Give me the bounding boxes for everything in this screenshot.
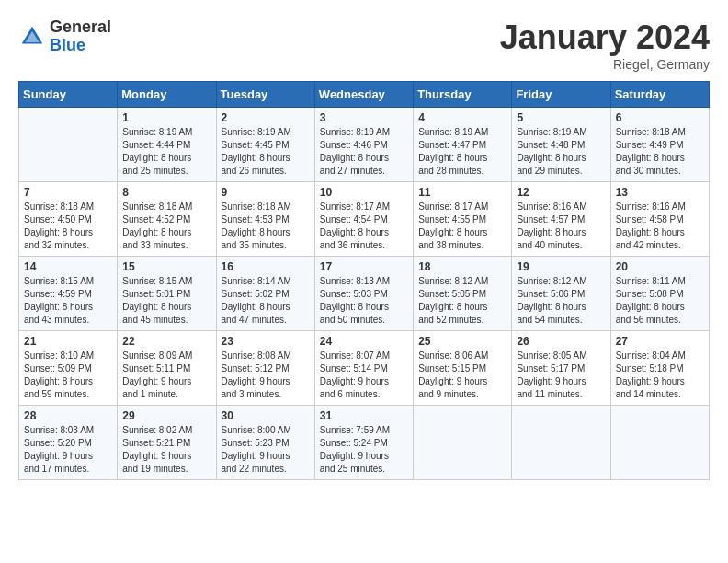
day-number: 23: [222, 335, 310, 348]
calendar-cell: [512, 406, 610, 480]
calendar-cell: 4Sunrise: 8:19 AM Sunset: 4:47 PM Daylig…: [414, 108, 512, 182]
week-row-3: 14Sunrise: 8:15 AM Sunset: 4:59 PM Dayli…: [19, 257, 710, 331]
week-row-1: 1Sunrise: 8:19 AM Sunset: 4:44 PM Daylig…: [19, 108, 710, 182]
day-number: 25: [418, 335, 506, 348]
day-number: 19: [517, 260, 605, 273]
day-info: Sunrise: 8:15 AM Sunset: 4:59 PM Dayligh…: [24, 275, 112, 327]
day-info: Sunrise: 8:03 AM Sunset: 5:20 PM Dayligh…: [24, 424, 112, 476]
day-number: 12: [517, 186, 605, 199]
calendar-cell: 14Sunrise: 8:15 AM Sunset: 4:59 PM Dayli…: [19, 257, 118, 331]
calendar-cell: [414, 406, 512, 480]
day-number: 13: [616, 186, 704, 199]
day-info: Sunrise: 8:18 AM Sunset: 4:50 PM Dayligh…: [24, 201, 112, 252]
calendar-cell: 3Sunrise: 8:19 AM Sunset: 4:46 PM Daylig…: [314, 108, 413, 182]
calendar-cell: 11Sunrise: 8:17 AM Sunset: 4:55 PM Dayli…: [414, 182, 512, 257]
logo: General Blue: [18, 18, 111, 55]
calendar-cell: 2Sunrise: 8:19 AM Sunset: 4:45 PM Daylig…: [216, 108, 314, 182]
day-info: Sunrise: 8:12 AM Sunset: 5:05 PM Dayligh…: [418, 275, 506, 327]
calendar-cell: 1Sunrise: 8:19 AM Sunset: 4:44 PM Daylig…: [118, 108, 216, 182]
day-number: 5: [517, 111, 605, 124]
page-header: General Blue January 2024 Riegel, German…: [18, 18, 710, 72]
day-number: 29: [122, 409, 210, 422]
day-header-thursday: Thursday: [414, 82, 512, 108]
day-number: 3: [320, 111, 408, 124]
calendar-cell: 18Sunrise: 8:12 AM Sunset: 5:05 PM Dayli…: [414, 257, 512, 331]
day-info: Sunrise: 8:12 AM Sunset: 5:06 PM Dayligh…: [517, 275, 605, 327]
day-number: 7: [24, 186, 112, 199]
calendar-cell: 5Sunrise: 8:19 AM Sunset: 4:48 PM Daylig…: [512, 108, 610, 182]
day-info: Sunrise: 8:02 AM Sunset: 5:21 PM Dayligh…: [122, 424, 210, 476]
calendar-cell: [19, 108, 118, 182]
calendar-cell: 27Sunrise: 8:04 AM Sunset: 5:18 PM Dayli…: [610, 331, 709, 406]
day-header-wednesday: Wednesday: [314, 82, 413, 108]
day-info: Sunrise: 8:18 AM Sunset: 4:49 PM Dayligh…: [616, 126, 704, 178]
calendar-cell: [610, 406, 709, 480]
day-info: Sunrise: 8:15 AM Sunset: 5:01 PM Dayligh…: [122, 275, 210, 327]
calendar-cell: 8Sunrise: 8:18 AM Sunset: 4:52 PM Daylig…: [118, 182, 216, 257]
day-info: Sunrise: 8:17 AM Sunset: 4:54 PM Dayligh…: [320, 201, 408, 252]
day-number: 10: [320, 186, 408, 199]
calendar-cell: 29Sunrise: 8:02 AM Sunset: 5:21 PM Dayli…: [118, 406, 216, 480]
logo-icon: [18, 23, 46, 51]
logo-blue: Blue: [50, 37, 111, 55]
calendar-table: SundayMondayTuesdayWednesdayThursdayFrid…: [18, 81, 710, 480]
day-info: Sunrise: 8:00 AM Sunset: 5:23 PM Dayligh…: [222, 424, 310, 476]
week-row-4: 21Sunrise: 8:10 AM Sunset: 5:09 PM Dayli…: [19, 331, 710, 406]
week-row-5: 28Sunrise: 8:03 AM Sunset: 5:20 PM Dayli…: [19, 406, 710, 480]
day-number: 8: [122, 186, 210, 199]
day-info: Sunrise: 8:19 AM Sunset: 4:48 PM Dayligh…: [517, 126, 605, 178]
day-number: 26: [517, 335, 605, 348]
calendar-cell: 31Sunrise: 7:59 AM Sunset: 5:24 PM Dayli…: [314, 406, 413, 480]
day-header-sunday: Sunday: [19, 82, 118, 108]
day-info: Sunrise: 8:09 AM Sunset: 5:11 PM Dayligh…: [122, 350, 210, 401]
day-number: 21: [24, 335, 112, 348]
day-info: Sunrise: 8:14 AM Sunset: 5:02 PM Dayligh…: [222, 275, 310, 327]
day-header-friday: Friday: [512, 82, 610, 108]
calendar-cell: 13Sunrise: 8:16 AM Sunset: 4:58 PM Dayli…: [610, 182, 709, 257]
calendar-cell: 12Sunrise: 8:16 AM Sunset: 4:57 PM Dayli…: [512, 182, 610, 257]
day-info: Sunrise: 8:17 AM Sunset: 4:55 PM Dayligh…: [418, 201, 506, 252]
day-number: 16: [222, 260, 310, 273]
day-info: Sunrise: 8:18 AM Sunset: 4:52 PM Dayligh…: [122, 201, 210, 252]
day-number: 18: [418, 260, 506, 273]
day-number: 6: [616, 111, 704, 124]
day-info: Sunrise: 8:13 AM Sunset: 5:03 PM Dayligh…: [320, 275, 408, 327]
day-info: Sunrise: 8:04 AM Sunset: 5:18 PM Dayligh…: [616, 350, 704, 401]
calendar-header-row: SundayMondayTuesdayWednesdayThursdayFrid…: [19, 82, 710, 108]
day-header-tuesday: Tuesday: [216, 82, 314, 108]
calendar-cell: 22Sunrise: 8:09 AM Sunset: 5:11 PM Dayli…: [118, 331, 216, 406]
day-number: 2: [222, 111, 310, 124]
day-number: 24: [320, 335, 408, 348]
location: Riegel, Germany: [500, 57, 710, 72]
day-info: Sunrise: 8:07 AM Sunset: 5:14 PM Dayligh…: [320, 350, 408, 401]
calendar-cell: 9Sunrise: 8:18 AM Sunset: 4:53 PM Daylig…: [216, 182, 314, 257]
day-header-saturday: Saturday: [610, 82, 709, 108]
day-number: 28: [24, 409, 112, 422]
calendar-cell: 20Sunrise: 8:11 AM Sunset: 5:08 PM Dayli…: [610, 257, 709, 331]
day-info: Sunrise: 8:06 AM Sunset: 5:15 PM Dayligh…: [418, 350, 506, 401]
logo-general: General: [50, 18, 111, 37]
calendar-cell: 23Sunrise: 8:08 AM Sunset: 5:12 PM Dayli…: [216, 331, 314, 406]
day-info: Sunrise: 8:18 AM Sunset: 4:53 PM Dayligh…: [222, 201, 310, 252]
day-info: Sunrise: 8:19 AM Sunset: 4:47 PM Dayligh…: [418, 126, 506, 178]
calendar-cell: 16Sunrise: 8:14 AM Sunset: 5:02 PM Dayli…: [216, 257, 314, 331]
calendar-cell: 15Sunrise: 8:15 AM Sunset: 5:01 PM Dayli…: [118, 257, 216, 331]
calendar-cell: 19Sunrise: 8:12 AM Sunset: 5:06 PM Dayli…: [512, 257, 610, 331]
day-number: 17: [320, 260, 408, 273]
logo-text: General Blue: [50, 18, 111, 55]
calendar-cell: 7Sunrise: 8:18 AM Sunset: 4:50 PM Daylig…: [19, 182, 118, 257]
day-number: 9: [222, 186, 310, 199]
calendar-cell: 26Sunrise: 8:05 AM Sunset: 5:17 PM Dayli…: [512, 331, 610, 406]
day-number: 20: [616, 260, 704, 273]
day-info: Sunrise: 8:16 AM Sunset: 4:58 PM Dayligh…: [616, 201, 704, 252]
title-block: January 2024 Riegel, Germany: [500, 18, 710, 72]
day-info: Sunrise: 8:10 AM Sunset: 5:09 PM Dayligh…: [24, 350, 112, 401]
day-info: Sunrise: 8:05 AM Sunset: 5:17 PM Dayligh…: [517, 350, 605, 401]
calendar-cell: 25Sunrise: 8:06 AM Sunset: 5:15 PM Dayli…: [414, 331, 512, 406]
day-info: Sunrise: 8:19 AM Sunset: 4:44 PM Dayligh…: [122, 126, 210, 178]
calendar-cell: 17Sunrise: 8:13 AM Sunset: 5:03 PM Dayli…: [314, 257, 413, 331]
day-number: 11: [418, 186, 506, 199]
day-info: Sunrise: 8:11 AM Sunset: 5:08 PM Dayligh…: [616, 275, 704, 327]
calendar-cell: 21Sunrise: 8:10 AM Sunset: 5:09 PM Dayli…: [19, 331, 118, 406]
month-title: January 2024: [500, 18, 710, 57]
